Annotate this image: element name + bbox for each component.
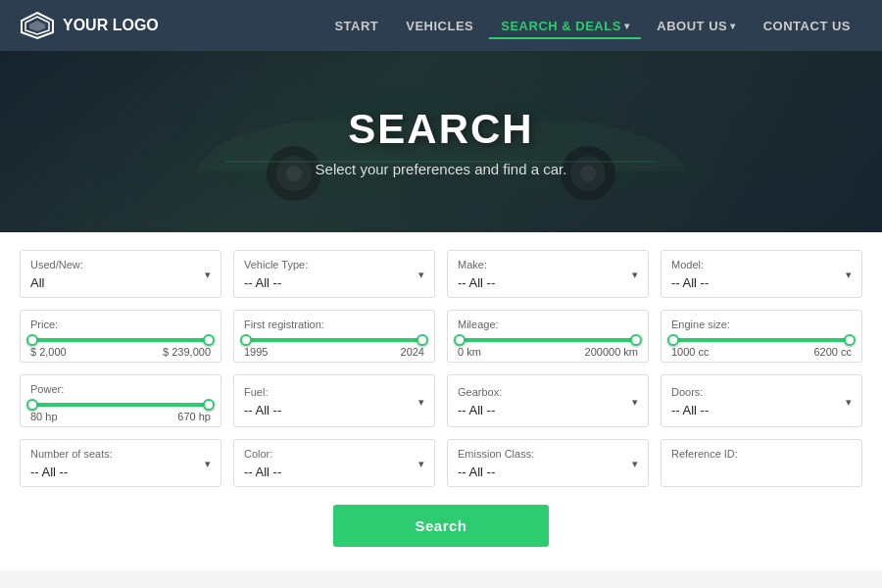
- gearbox-label: Gearbox:: [458, 386, 502, 398]
- brand-text: YOUR LOGO: [63, 17, 159, 34]
- nav-about-us[interactable]: ABOUT US ▾: [645, 13, 747, 39]
- seats-label: Number of seats:: [30, 448, 113, 460]
- about-us-arrow: ▾: [730, 21, 736, 31]
- emission-class-value: -- All --: [458, 465, 495, 479]
- mileage-range: 0 km 200000 km: [458, 346, 638, 358]
- navbar: YOUR LOGO START VEHICLES SEARCH & DEALS …: [0, 0, 882, 51]
- registration-track[interactable]: [244, 338, 424, 342]
- form-row-2: Price: $ 2,000 $ 239,000 First registrat…: [20, 310, 862, 363]
- vehicle-type-value: -- All --: [244, 275, 281, 290]
- color-arrow: ▾: [418, 458, 424, 470]
- registration-fill: [244, 338, 424, 342]
- search-button-row: Search: [20, 505, 862, 547]
- doors-field[interactable]: Doors: -- All -- ▾: [661, 374, 862, 427]
- engine-size-thumb-left[interactable]: [667, 334, 679, 346]
- model-arrow: ▾: [846, 269, 852, 281]
- engine-size-range: 1000 cc 6200 cc: [671, 346, 852, 358]
- search-form: Used/New: All ▾ Vehicle Type: -- All -- …: [0, 232, 882, 570]
- power-field: Power: 80 hp 670 hp: [20, 374, 221, 427]
- form-row-4: Number of seats: -- All -- ▾ Color: -- A…: [20, 439, 862, 487]
- registration-field: First registration: 1995 2024: [233, 310, 435, 363]
- doors-arrow: ▾: [846, 396, 852, 409]
- price-field: Price: $ 2,000 $ 239,000: [20, 310, 221, 363]
- used-new-value: All: [30, 275, 44, 290]
- engine-size-thumb-right[interactable]: [844, 334, 856, 346]
- make-value: -- All --: [458, 275, 495, 290]
- registration-label: First registration:: [244, 318, 424, 330]
- registration-thumb-left[interactable]: [240, 334, 252, 346]
- mileage-thumb-right[interactable]: [630, 334, 642, 346]
- power-thumb-left[interactable]: [26, 399, 38, 411]
- emission-class-arrow: ▾: [632, 458, 638, 470]
- make-arrow: ▾: [632, 269, 638, 281]
- svg-marker-2: [29, 21, 45, 31]
- form-row-1: Used/New: All ▾ Vehicle Type: -- All -- …: [20, 250, 862, 298]
- nav-start[interactable]: START: [322, 13, 390, 39]
- vehicle-type-label: Vehicle Type:: [244, 259, 308, 270]
- mileage-track[interactable]: [458, 338, 638, 342]
- color-value: -- All --: [244, 465, 281, 479]
- fuel-value: -- All --: [244, 403, 281, 417]
- registration-thumb-right[interactable]: [416, 334, 428, 346]
- hero-subtitle: Select your preferences and find a car.: [316, 161, 567, 177]
- gearbox-field[interactable]: Gearbox: -- All -- ▾: [447, 374, 649, 427]
- engine-size-fill: [671, 338, 852, 342]
- fuel-field[interactable]: Fuel: -- All -- ▾: [233, 374, 435, 427]
- used-new-label: Used/New:: [30, 259, 83, 270]
- seats-field[interactable]: Number of seats: -- All -- ▾: [20, 439, 221, 487]
- model-field[interactable]: Model: -- All -- ▾: [661, 250, 862, 298]
- emission-class-field[interactable]: Emission Class: -- All -- ▾: [447, 439, 649, 487]
- search-button[interactable]: Search: [333, 505, 549, 547]
- logo-icon: [20, 11, 55, 40]
- registration-range: 1995 2024: [244, 346, 424, 358]
- model-value: -- All --: [671, 275, 709, 290]
- seats-arrow: ▾: [205, 458, 211, 470]
- price-label: Price:: [30, 318, 211, 330]
- seats-value: -- All --: [30, 465, 68, 479]
- reference-id-input[interactable]: [671, 465, 852, 479]
- fuel-arrow: ▾: [418, 396, 424, 409]
- engine-size-label: Engine size:: [671, 318, 852, 330]
- mileage-field: Mileage: 0 km 200000 km: [447, 310, 649, 363]
- power-range: 80 hp 670 hp: [30, 411, 211, 422]
- fuel-label: Fuel:: [244, 386, 281, 398]
- reference-id-label: Reference ID:: [671, 448, 852, 460]
- power-label: Power:: [30, 383, 211, 395]
- color-label: Color:: [244, 448, 281, 460]
- engine-size-field: Engine size: 1000 cc 6200 cc: [661, 310, 862, 363]
- power-thumb-right[interactable]: [203, 399, 215, 411]
- emission-class-label: Emission Class:: [458, 448, 534, 460]
- nav-search-deals[interactable]: SEARCH & DEALS ▾: [489, 13, 641, 39]
- hero-section: SEARCH Select your preferences and find …: [0, 51, 882, 232]
- hero-title: SEARCH: [316, 106, 567, 153]
- doors-label: Doors:: [671, 386, 709, 398]
- make-field[interactable]: Make: -- All -- ▾: [447, 250, 649, 298]
- power-track[interactable]: [30, 403, 211, 407]
- price-thumb-right[interactable]: [203, 334, 215, 346]
- price-range: $ 2,000 $ 239,000: [30, 346, 211, 358]
- engine-size-track[interactable]: [671, 338, 852, 342]
- vehicle-type-arrow: ▾: [418, 269, 424, 281]
- search-deals-arrow: ▾: [624, 21, 630, 31]
- nav-vehicles[interactable]: VEHICLES: [394, 13, 485, 39]
- vehicle-type-field[interactable]: Vehicle Type: -- All -- ▾: [233, 250, 435, 298]
- color-field[interactable]: Color: -- All -- ▾: [233, 439, 435, 487]
- price-track[interactable]: [30, 338, 211, 342]
- used-new-arrow: ▾: [205, 269, 211, 281]
- nav-contact-us[interactable]: CONTACT US: [752, 13, 862, 39]
- nav-links: START VEHICLES SEARCH & DEALS ▾ ABOUT US…: [322, 13, 862, 39]
- power-fill: [30, 403, 211, 407]
- doors-value: -- All --: [671, 403, 709, 417]
- gearbox-value: -- All --: [458, 403, 495, 417]
- price-fill: [30, 338, 211, 342]
- mileage-thumb-left[interactable]: [454, 334, 466, 346]
- mileage-fill: [458, 338, 638, 342]
- used-new-field[interactable]: Used/New: All ▾: [20, 250, 221, 298]
- mileage-label: Mileage:: [458, 318, 638, 330]
- reference-id-field[interactable]: Reference ID:: [661, 439, 862, 487]
- hero-content: SEARCH Select your preferences and find …: [316, 106, 567, 177]
- svg-point-9: [580, 166, 596, 181]
- form-row-3: Power: 80 hp 670 hp Fuel: -- All -- ▾ Ge…: [20, 374, 862, 427]
- brand-logo[interactable]: YOUR LOGO: [20, 11, 322, 40]
- price-thumb-left[interactable]: [26, 334, 38, 346]
